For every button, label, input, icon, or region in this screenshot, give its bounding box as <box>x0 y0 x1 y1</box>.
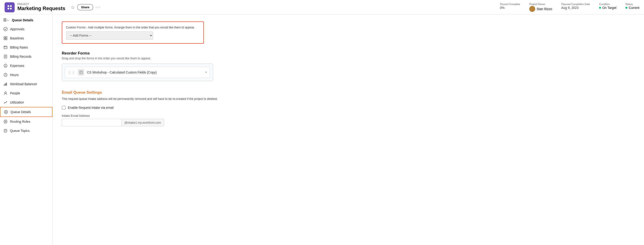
svg-rect-0 <box>8 5 9 7</box>
email-queue-section: Email Queue Settings This request queue … <box>62 90 227 126</box>
page-title: Marketing Requests <box>18 6 65 12</box>
form-remove-button[interactable]: × <box>205 70 207 74</box>
enable-intake-label: Enable Request intake via email <box>68 106 114 110</box>
percent-complete-label: Percent Complete <box>500 3 520 6</box>
hours-icon <box>3 72 8 77</box>
intake-domain: @intake1.my.workfront.com <box>122 119 164 126</box>
project-label: PROJECT <box>18 3 65 6</box>
meta-project-owner: Project Owner Stan Rizzo <box>529 3 552 12</box>
email-queue-title: Email Queue Settings <box>62 90 227 95</box>
svg-rect-2 <box>8 8 9 10</box>
sidebar-item-label: Expenses <box>10 64 24 68</box>
reorder-forms-description: Drag and drop the forms in the order you… <box>62 56 635 60</box>
meta-status: Status Current <box>626 3 640 10</box>
sidebar-item-workload-balancer[interactable]: Workload Balancer <box>0 80 52 88</box>
workload-balancer-icon <box>3 82 8 86</box>
add-forms-select[interactable]: -- Add Forms -- <box>66 31 153 40</box>
svg-rect-7 <box>4 38 5 40</box>
sidebar-item-label: Routing Rules <box>10 120 30 124</box>
custom-forms-section: Custom Forms - Add multiple forms. Arran… <box>62 22 204 44</box>
sidebar-item-utilization[interactable]: Utilization <box>0 98 52 107</box>
svg-text:$: $ <box>5 65 6 67</box>
approvals-icon <box>3 27 8 31</box>
utilization-icon <box>3 100 8 105</box>
sidebar-item-baselines[interactable]: Baselines <box>0 34 52 43</box>
custom-forms-description: Custom Forms - Add multiple forms. Arran… <box>66 26 200 29</box>
status-dot <box>626 7 627 9</box>
reorder-forms-section: Reorder Forms Drag and drop the forms in… <box>62 51 635 81</box>
people-icon <box>3 91 8 96</box>
condition-value: On Target <box>599 6 616 10</box>
svg-rect-23 <box>6 83 7 86</box>
header-actions: ☆ Share ··· <box>71 4 100 10</box>
sidebar-item-expenses[interactable]: $ Expenses <box>0 61 52 70</box>
sidebar-item-label: Utilization <box>10 100 24 104</box>
status-value: Current <box>626 6 640 10</box>
queue-topics-icon <box>3 128 8 133</box>
enable-intake-checkbox[interactable] <box>62 106 66 110</box>
sidebar-item-label: Baselines <box>10 36 24 40</box>
percent-complete-value: 0% <box>500 6 520 10</box>
svg-rect-6 <box>6 37 7 38</box>
share-button[interactable]: Share <box>77 4 93 10</box>
meta-percent-complete: Percent Complete 0% <box>500 3 520 10</box>
baselines-icon <box>3 36 8 40</box>
sidebar-item-label: Billing Records <box>10 55 32 58</box>
sidebar: ☰← Queue Details Approvals Baselines Bil… <box>0 15 53 245</box>
svg-line-20 <box>6 75 6 75</box>
status-label: Status <box>626 3 640 6</box>
content-area: Custom Forms - Add multiple forms. Arran… <box>53 15 644 245</box>
completion-date-label: Planned Completion Date <box>561 3 590 6</box>
svg-point-24 <box>5 92 6 94</box>
sidebar-item-people[interactable]: People <box>0 88 52 98</box>
svg-rect-5 <box>4 37 5 38</box>
sidebar-item-label: Hours <box>10 73 18 77</box>
sidebar-item-label: Queue Details <box>10 110 31 114</box>
sidebar-item-label: Workload Balancer <box>10 82 37 86</box>
svg-point-29 <box>5 121 6 122</box>
meta-completion-date: Planned Completion Date Aug 9, 2023 <box>561 3 590 10</box>
enable-intake-row: Enable Request intake via email <box>62 106 227 110</box>
sidebar-item-routing-rules[interactable]: Routing Rules <box>0 117 52 126</box>
forms-list: ⋮⋮ CS Workshop - Calculated Custom Field… <box>62 64 213 81</box>
intake-address-row: @intake1.my.workfront.com <box>62 119 227 126</box>
intake-address-label: Intake Email Address <box>62 114 227 118</box>
billing-rates-icon <box>3 45 8 50</box>
sidebar-header[interactable]: ☰← Queue Details <box>0 16 52 24</box>
sidebar-item-approvals[interactable]: Approvals <box>0 24 52 34</box>
expenses-icon: $ <box>3 64 8 68</box>
app-logo <box>4 2 15 12</box>
drag-handle-icon[interactable]: ⋮⋮ <box>68 70 75 75</box>
routing-rules-icon <box>3 119 8 124</box>
sidebar-item-queue-details[interactable]: Queue Details <box>0 107 52 117</box>
sidebar-item-label: People <box>10 91 20 95</box>
main-layout: ☰← Queue Details Approvals Baselines Bil… <box>0 15 644 245</box>
header-meta: Percent Complete 0% Project Owner Stan R… <box>500 3 640 12</box>
svg-rect-9 <box>4 46 7 49</box>
intake-email-input[interactable] <box>62 119 122 126</box>
sidebar-item-billing-records[interactable]: Billing Records <box>0 52 52 61</box>
completion-date-value: Aug 9, 2023 <box>561 6 590 10</box>
sidebar-item-queue-topics[interactable]: Queue Topics <box>0 126 52 135</box>
svg-rect-1 <box>10 5 12 7</box>
sidebar-item-label: Approvals <box>10 27 24 31</box>
intake-address-group: Intake Email Address @intake1.my.workfro… <box>62 114 227 126</box>
meta-condition: Condition On Target <box>599 3 616 10</box>
svg-rect-22 <box>5 83 6 86</box>
svg-rect-33 <box>80 71 82 74</box>
sidebar-title: Queue Details <box>12 18 33 22</box>
more-options-button[interactable]: ··· <box>96 5 100 10</box>
app-header: PROJECT Marketing Requests ☆ Share ··· P… <box>0 0 644 15</box>
sidebar-item-billing-rates[interactable]: Billing Rates <box>0 43 52 52</box>
svg-rect-21 <box>4 84 4 86</box>
svg-rect-3 <box>10 8 12 10</box>
project-owner-value: Stan Rizzo <box>529 6 552 12</box>
form-item: ⋮⋮ CS Workshop - Calculated Custom Field… <box>65 67 210 78</box>
sidebar-item-hours[interactable]: Hours <box>0 70 52 80</box>
svg-rect-30 <box>4 129 7 132</box>
star-button[interactable]: ☆ <box>71 4 75 10</box>
form-thumbnail-icon <box>78 69 84 76</box>
condition-dot <box>599 7 601 9</box>
sidebar-back-icon: ☰← <box>3 18 10 22</box>
form-name: CS Workshop - Calculated Custom Fields (… <box>87 70 202 74</box>
